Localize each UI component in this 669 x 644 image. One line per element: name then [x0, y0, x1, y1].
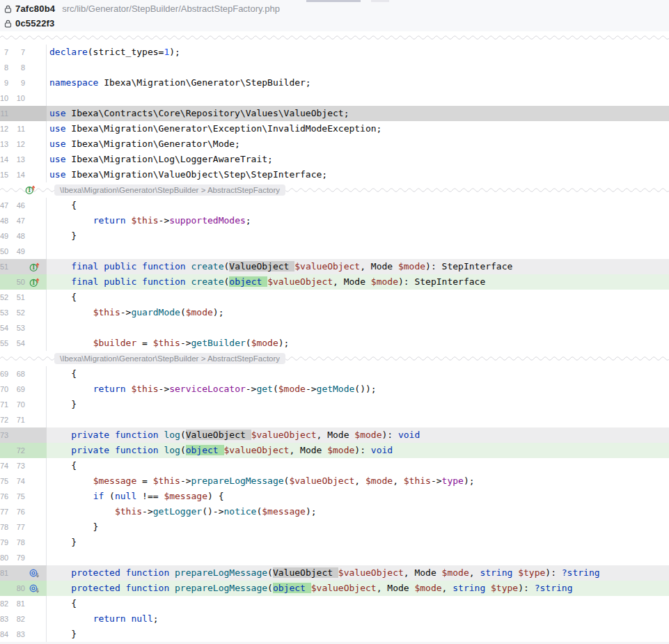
- gutter: 4948: [0, 228, 47, 244]
- code-line[interactable]: final public function create(object $val…: [47, 274, 669, 290]
- overridden-method-icon[interactable]: [25, 568, 43, 579]
- svg-text:I: I: [32, 264, 35, 271]
- collapsed-region-separator[interactable]: \Ibexa\Migration\Generator\StepBuilder >…: [0, 351, 669, 366]
- code-line[interactable]: $this->getLogger()->notice($message);: [47, 504, 669, 519]
- gutter: 8281: [0, 596, 47, 611]
- line-number-old: 15: [0, 167, 8, 182]
- code-line[interactable]: return $this->supportedModes;: [47, 213, 669, 228]
- code-line[interactable]: use Ibexa\Migration\Generator\Exception\…: [47, 121, 669, 136]
- diff-line: 50I final public function create(object …: [0, 274, 669, 290]
- line-number-new: 8: [8, 60, 25, 75]
- lock-icon: [4, 5, 12, 13]
- diff-line: 8483 }: [0, 627, 669, 642]
- line-number-old: 82: [0, 596, 8, 611]
- gutter: 5554: [0, 336, 47, 351]
- code-line[interactable]: $message = $this->prepareLogMessage($val…: [47, 473, 669, 489]
- code-line[interactable]: declare(strict_types=1);: [47, 45, 669, 60]
- code-line[interactable]: [47, 244, 669, 259]
- gutter: 1514: [0, 167, 47, 182]
- gutter: 8483: [0, 627, 47, 642]
- code-line[interactable]: {: [47, 596, 669, 611]
- code-line[interactable]: $this->guardMode($mode);: [47, 305, 669, 320]
- code-line[interactable]: [47, 60, 669, 75]
- line-number-old: 51: [0, 259, 8, 274]
- line-number-old: 53: [0, 305, 8, 320]
- gutter: 5049: [0, 244, 47, 259]
- diff-line: 5352 $this->guardMode($mode);: [0, 305, 669, 320]
- code-line[interactable]: protected function prepareLogMessage(obj…: [47, 581, 669, 596]
- code-line[interactable]: use Ibexa\Migration\ValueObject\Step\Ste…: [47, 167, 669, 182]
- line-number-new: 12: [8, 136, 25, 152]
- code-line[interactable]: use Ibexa\Migration\Log\LoggerAwareTrait…: [47, 152, 669, 167]
- code-line[interactable]: }: [47, 519, 669, 535]
- code-line[interactable]: final public function create(ValueObject…: [47, 259, 669, 274]
- code-line[interactable]: return $this->serviceLocator->get($mode-…: [47, 382, 669, 397]
- diff-editor[interactable]: 77declare(strict_types=1);8899namespace …: [0, 45, 669, 642]
- line-number-old: 84: [0, 627, 8, 642]
- code-line[interactable]: {: [47, 458, 669, 473]
- gutter: 6968: [0, 366, 47, 382]
- code-line[interactable]: {: [47, 290, 669, 305]
- diff-line: 77declare(strict_types=1);: [0, 45, 669, 60]
- line-number-new: 72: [8, 443, 25, 458]
- line-number-new: 14: [8, 167, 25, 182]
- code-line[interactable]: namespace Ibexa\Migration\Generator\Step…: [47, 75, 669, 91]
- line-number-old: 73: [0, 427, 8, 443]
- line-number-old: 11: [0, 106, 8, 121]
- gutter: 1413: [0, 152, 47, 167]
- line-number-new: 83: [8, 627, 25, 642]
- code-line[interactable]: use Ibexa\Contracts\Core\Repository\Valu…: [47, 106, 669, 121]
- line-number-old: 69: [0, 366, 8, 382]
- gutter: 7978: [0, 535, 47, 550]
- collapsed-region-separator[interactable]: I\Ibexa\Migration\Generator\StepBuilder …: [0, 182, 669, 198]
- code-line[interactable]: use Ibexa\Migration\Generator\Mode;: [47, 136, 669, 152]
- context-breadcrumb: \Ibexa\Migration\Generator\StepBuilder >…: [54, 353, 285, 364]
- diff-line: 7069 return $this->serviceLocator->get($…: [0, 382, 669, 397]
- line-number-new: 73: [8, 458, 25, 473]
- line-number-old: 80: [0, 550, 8, 565]
- code-line[interactable]: }: [47, 228, 669, 244]
- implemented-method-icon[interactable]: I: [25, 184, 36, 198]
- diff-line: 4948 }: [0, 228, 669, 244]
- code-line[interactable]: private function log(object $valueObject…: [47, 443, 669, 458]
- code-line[interactable]: }: [47, 627, 669, 642]
- line-number-new: 50: [8, 274, 25, 290]
- diff-line: 51I final public function create(ValueOb…: [0, 259, 669, 274]
- line-number-old: 72: [0, 412, 8, 427]
- diff-line: 7978 }: [0, 535, 669, 550]
- gutter: 81: [0, 565, 47, 581]
- diff-line: 7675 if (null !== $message) {: [0, 489, 669, 504]
- line-number-new: 74: [8, 473, 25, 489]
- code-line[interactable]: [47, 91, 669, 106]
- line-number-old: 12: [0, 121, 8, 136]
- gutter: 8382: [0, 611, 47, 627]
- gutter: 4847: [0, 213, 47, 228]
- code-line[interactable]: {: [47, 366, 669, 382]
- code-line[interactable]: [47, 320, 669, 336]
- line-number-old: 50: [0, 244, 8, 259]
- code-line[interactable]: $builder = $this->getBuilder($mode);: [47, 336, 669, 351]
- gutter: 1312: [0, 136, 47, 152]
- line-number-old: 48: [0, 213, 8, 228]
- line-number-new: 7: [8, 45, 25, 60]
- line-number-old: 79: [0, 535, 8, 550]
- line-number-new: 54: [8, 336, 25, 351]
- code-line[interactable]: [47, 550, 669, 565]
- code-line[interactable]: private function log(ValueObject $valueO…: [47, 427, 669, 443]
- code-line[interactable]: protected function prepareLogMessage(Val…: [47, 565, 669, 581]
- code-line[interactable]: }: [47, 397, 669, 412]
- gutter: 5251: [0, 290, 47, 305]
- overridden-method-icon[interactable]: [25, 583, 43, 594]
- line-number-new: 49: [8, 244, 25, 259]
- code-line[interactable]: return null;: [47, 611, 669, 627]
- code-line[interactable]: [47, 412, 669, 427]
- code-line[interactable]: {: [47, 198, 669, 213]
- code-line[interactable]: if (null !== $message) {: [47, 489, 669, 504]
- line-number-old: 8: [0, 60, 8, 75]
- gutter: 1010: [0, 91, 47, 106]
- code-line[interactable]: }: [47, 535, 669, 550]
- gutter: 77: [0, 45, 47, 60]
- implemented-method-icon[interactable]: I: [25, 277, 43, 288]
- window-artifact: [306, 0, 361, 2]
- implemented-method-icon[interactable]: I: [25, 262, 43, 272]
